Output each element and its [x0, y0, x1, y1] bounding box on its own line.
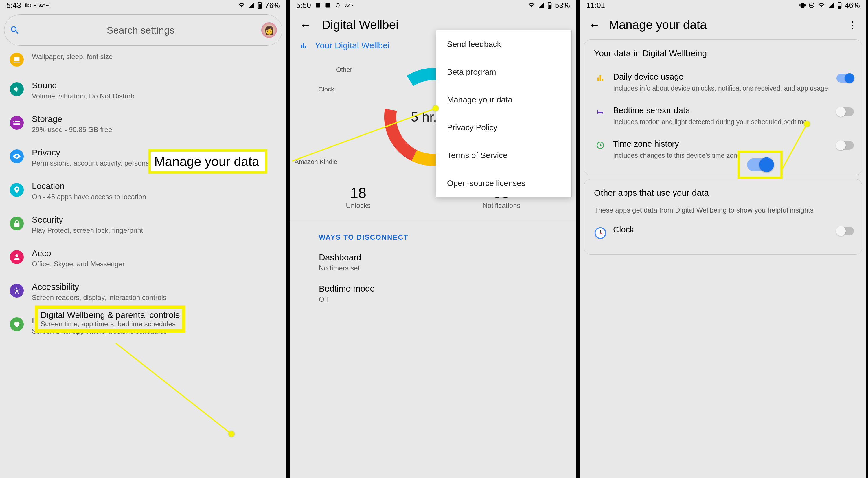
battery-icon: [837, 1, 842, 9]
row-subtitle: Screen readers, display, interaction con…: [32, 294, 166, 302]
photo-icon: [315, 2, 321, 8]
heart-icon: [10, 317, 24, 331]
settings-row[interactable]: SecurityPlay Protect, screen lock, finge…: [0, 208, 286, 241]
search-icon: [9, 25, 20, 35]
row-subtitle: Permissions, account activity, personal …: [32, 159, 166, 167]
status-bar: 5:50 86° • 53%: [290, 0, 576, 10]
status-time: 5:43: [6, 1, 21, 10]
svg-rect-13: [305, 46, 306, 48]
bed-icon: [596, 108, 605, 116]
toggle[interactable]: [836, 74, 854, 83]
status-extras: 86° •: [345, 3, 353, 7]
row-subtitle: Volume, vibration, Do Not Disturb: [32, 92, 134, 100]
row-title: Security: [32, 215, 143, 225]
settings-row[interactable]: Storage29% used - 90.85 GB free: [0, 107, 286, 141]
battery-pct: 46%: [845, 1, 860, 10]
status-bar: 11:01 46%: [580, 0, 866, 10]
menu-item[interactable]: Manage your data: [436, 86, 571, 114]
clock-icon: [596, 141, 605, 150]
dnd-icon: [808, 2, 815, 8]
settings-row[interactable]: LocationOn - 45 apps have access to loca…: [0, 174, 286, 208]
callout-manage-data: Manage your data: [148, 149, 267, 174]
back-button[interactable]: ←: [589, 19, 600, 32]
svg-rect-12: [303, 43, 304, 48]
menu-item[interactable]: Beta program: [436, 58, 571, 86]
signal-icon: [538, 2, 545, 8]
row-subtitle: On - 45 apps have access to location: [32, 193, 146, 201]
clock-app-icon: [594, 227, 607, 239]
svg-rect-1: [259, 2, 260, 2]
data-toggle-row[interactable]: Daily device usageIncludes info about de…: [594, 66, 854, 99]
dashboard-row[interactable]: Dashboard No timers set: [290, 249, 576, 281]
svg-point-3: [14, 121, 15, 122]
battery-icon: [548, 1, 552, 9]
battery-pct: 76%: [265, 1, 280, 10]
calendar-icon: [325, 2, 331, 8]
svg-rect-9: [549, 2, 550, 2]
row-subtitle: 29% used - 90.85 GB free: [32, 126, 112, 134]
toggle[interactable]: [836, 227, 854, 235]
svg-rect-26: [600, 75, 601, 81]
row-title: Location: [32, 181, 146, 191]
row-title: Sound: [32, 81, 134, 90]
sound-icon: [10, 82, 24, 96]
menu-item[interactable]: Terms of Service: [436, 142, 571, 169]
eye-icon: [10, 149, 24, 163]
row-title: Storage: [32, 114, 112, 124]
wifi-icon: [818, 2, 825, 8]
battery-pct: 53%: [555, 1, 570, 10]
settings-row[interactable]: AccessibilityScreen readers, display, in…: [0, 275, 286, 309]
pin-icon: [10, 183, 24, 197]
a11y-icon: [10, 284, 24, 298]
search-bar[interactable]: Search settings 👩: [4, 14, 282, 46]
row-title: Acco: [32, 248, 125, 258]
svg-rect-23: [839, 2, 840, 2]
svg-rect-27: [602, 79, 603, 81]
status-time: 11:01: [586, 1, 605, 10]
other-app-row[interactable]: Clock: [594, 215, 854, 246]
search-placeholder: Search settings: [26, 25, 255, 36]
bedtime-row[interactable]: Bedtime mode Off: [290, 281, 576, 312]
settings-row[interactable]: SoundVolume, vibration, Do Not Disturb: [0, 73, 286, 107]
signal-icon: [828, 2, 834, 8]
row-subtitle: Wallpaper, sleep, font size: [32, 53, 113, 61]
svg-rect-7: [326, 3, 330, 7]
svg-rect-6: [316, 3, 320, 7]
svg-point-5: [16, 288, 18, 289]
more-button[interactable]: ⋮: [848, 19, 858, 31]
back-button[interactable]: ←: [300, 19, 311, 32]
digital-wellbeing-screen: 5:50 86° • 53% ← Digital Wellbei Your Di…: [288, 0, 578, 478]
toggle[interactable]: [836, 108, 854, 116]
section-header: WAYS TO DISCONNECT: [290, 222, 576, 249]
signal-icon: [248, 2, 255, 8]
svg-point-4: [14, 124, 15, 124]
lock-icon: [10, 216, 24, 231]
unlocks-metric[interactable]: 18 Unlocks: [346, 185, 370, 210]
settings-row[interactable]: AccoOffice, Skype, and Messenger: [0, 241, 286, 275]
page-title: Digital Wellbei: [322, 18, 398, 32]
bars-icon: [300, 42, 307, 49]
menu-item[interactable]: Send feedback: [436, 30, 571, 58]
wifi-icon: [238, 2, 245, 8]
other-apps-card: Other apps that use your data These apps…: [584, 179, 862, 255]
menu-item[interactable]: Privacy Policy: [436, 114, 571, 142]
bars-icon: [596, 74, 605, 83]
svg-rect-10: [549, 5, 551, 8]
menu-item[interactable]: Open-source licenses: [436, 169, 571, 197]
toggle[interactable]: [836, 141, 854, 150]
vibrate-icon: [799, 2, 806, 8]
status-bar: 5:43 fios· ••| 82° ••| 76%: [0, 0, 286, 10]
svg-rect-2: [259, 4, 261, 8]
tools-link[interactable]: Your Digital Wellbei: [315, 40, 390, 50]
wifi-icon: [528, 2, 535, 8]
user-icon: [10, 250, 24, 264]
status-extras: fios· ••| 82° ••|: [25, 3, 50, 7]
data-toggle-row[interactable]: Bedtime sensor dataIncludes motion and l…: [594, 99, 854, 133]
settings-row[interactable]: Wallpaper, sleep, font size: [0, 48, 286, 73]
overflow-menu: Send feedbackBeta programManage your dat…: [436, 30, 572, 198]
svg-rect-11: [301, 45, 302, 48]
callout-digital-wellbeing: Digital Wellbeing & parental controls Sc…: [36, 307, 184, 331]
avatar[interactable]: 👩: [261, 22, 277, 38]
storage-icon: [10, 116, 24, 130]
data-toggle-row[interactable]: Time zone historyIncludes changes to thi…: [594, 133, 854, 167]
